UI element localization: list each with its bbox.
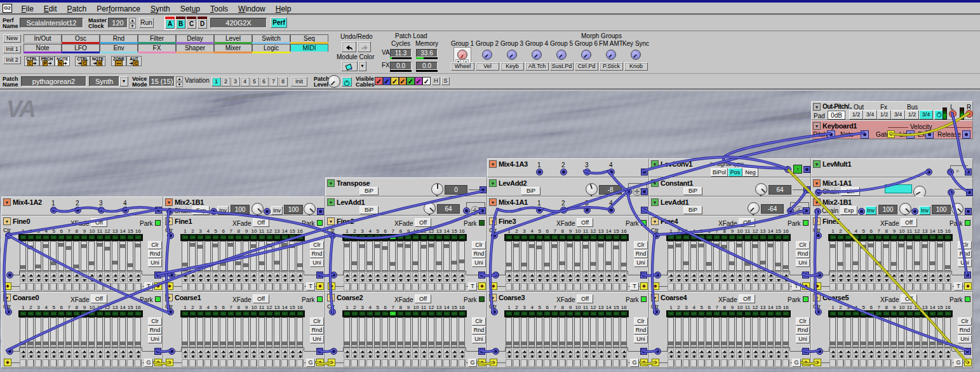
input-trig[interactable] — [652, 282, 659, 290]
step-trig-11[interactable] — [420, 359, 427, 367]
module-icon-prch-out[interactable]: PRCHP➔ — [39, 56, 55, 66]
input-chain[interactable] — [492, 348, 499, 355]
step-slider-11[interactable] — [97, 317, 103, 347]
step-trig-6[interactable] — [382, 359, 389, 367]
step-slider-10[interactable] — [412, 317, 419, 347]
step-down-5[interactable] — [374, 354, 380, 358]
step-slider-10[interactable] — [574, 317, 581, 347]
step-trig-7[interactable] — [713, 283, 720, 291]
step-trig-1[interactable] — [344, 283, 351, 291]
step-trig-5[interactable] — [212, 283, 219, 291]
step-slider-14[interactable] — [119, 241, 126, 271]
step-down-2[interactable] — [837, 277, 843, 282]
step-up-14[interactable] — [929, 348, 936, 353]
morph-assign-5[interactable]: Sust.Pd — [550, 62, 574, 71]
step-slider-16[interactable] — [135, 241, 141, 271]
step-up-3[interactable] — [845, 348, 851, 353]
step-up-12[interactable] — [104, 348, 111, 353]
step-slider-8[interactable] — [883, 317, 889, 347]
morph-knob-4[interactable] — [532, 50, 542, 60]
step-up-1[interactable] — [668, 348, 674, 353]
slider-handle[interactable] — [529, 341, 534, 345]
step-slider-10[interactable] — [88, 241, 95, 271]
input-ctr[interactable] — [491, 232, 498, 239]
step-trig-9[interactable] — [567, 283, 574, 291]
step-up-4[interactable] — [366, 348, 373, 353]
variation-6-button[interactable]: 6 — [259, 77, 269, 86]
input-chain[interactable] — [654, 348, 661, 355]
step-trig-5[interactable] — [50, 359, 57, 367]
out-route-0[interactable]: 1/2 — [849, 110, 863, 120]
step-trig-6[interactable] — [544, 283, 551, 291]
step-slider-15[interactable] — [937, 241, 943, 271]
output-main[interactable] — [803, 207, 810, 214]
step-up-11[interactable] — [258, 348, 265, 353]
input-2[interactable] — [74, 207, 81, 214]
step-trig-2[interactable] — [189, 359, 196, 367]
module-coarse2[interactable]: ▼Coarse2XFadeOffParkCtr12345678910111213… — [325, 292, 487, 368]
step-down-3[interactable] — [197, 354, 203, 358]
step-slider-6[interactable] — [220, 317, 226, 347]
step-up-3[interactable] — [197, 272, 203, 277]
step-down-9[interactable] — [567, 354, 573, 358]
clr-button[interactable]: Clr — [958, 317, 972, 326]
output-trig[interactable] — [154, 282, 162, 290]
slider-handle[interactable] — [452, 341, 457, 345]
step-trig-16[interactable] — [782, 359, 789, 367]
step-slider-15[interactable] — [613, 241, 619, 271]
slider-handle[interactable] — [775, 341, 781, 345]
slider-handle[interactable] — [606, 261, 611, 265]
slider-handle[interactable] — [375, 244, 380, 248]
step-slider-1[interactable] — [668, 317, 674, 347]
input-trig[interactable] — [328, 282, 335, 290]
step-down-16[interactable] — [621, 354, 627, 358]
step-up-4[interactable] — [690, 348, 697, 353]
step-slider-16[interactable] — [944, 317, 951, 347]
step-slider-1[interactable] — [182, 241, 188, 271]
step-up-4[interactable] — [205, 272, 211, 277]
step-down-4[interactable] — [690, 354, 697, 358]
module-fine3[interactable]: ▼Fine3XFadeOffParkCtr1234567891011121314… — [487, 216, 649, 292]
inv2-button[interactable]: Inv — [919, 206, 930, 215]
step-down-11[interactable] — [744, 277, 751, 282]
step-trig-12[interactable] — [590, 359, 597, 367]
step-down-15[interactable] — [613, 354, 619, 358]
clr-button[interactable]: Clr — [958, 241, 972, 249]
menu-edit[interactable]: Edit — [39, 3, 62, 13]
step-slider-6[interactable] — [706, 317, 712, 347]
type-bipol-button[interactable]: BiPol — [711, 168, 728, 177]
step-up-16[interactable] — [135, 348, 141, 353]
rnd-button[interactable]: Rnd — [796, 326, 810, 334]
step-trig-15[interactable] — [613, 283, 620, 291]
step-slider-7[interactable] — [65, 241, 72, 271]
step-down-12[interactable] — [752, 277, 758, 282]
step-up-11[interactable] — [582, 272, 589, 277]
rnd-button[interactable]: Rnd — [958, 326, 972, 334]
level1-knob[interactable] — [899, 203, 911, 215]
step-down-7[interactable] — [713, 277, 720, 282]
input-ctr[interactable] — [653, 308, 660, 315]
step-slider-9[interactable] — [567, 317, 573, 347]
step-trig-5[interactable] — [50, 283, 57, 291]
patch-level-knob[interactable] — [328, 75, 340, 88]
step-up-9[interactable] — [243, 348, 249, 353]
step-up-16[interactable] — [944, 272, 951, 277]
step-down-10[interactable] — [250, 277, 257, 282]
step-trig-8[interactable] — [397, 359, 404, 367]
step-down-9[interactable] — [890, 277, 897, 282]
exp-button[interactable]: Exp — [192, 206, 210, 215]
step-up-15[interactable] — [937, 272, 943, 277]
module-fine2[interactable]: ▼Fine2XFadeOffParkCtr1234567891011121314… — [325, 216, 487, 292]
slider-handle[interactable] — [66, 246, 71, 250]
slider-handle[interactable] — [915, 261, 920, 265]
trig-mode-button[interactable]: G — [630, 359, 639, 367]
slider-handle[interactable] — [899, 244, 904, 247]
clock-up-button[interactable]: ▲ — [129, 18, 136, 23]
step-down-4[interactable] — [366, 354, 373, 358]
slider-handle[interactable] — [267, 244, 272, 247]
step-down-13[interactable] — [922, 354, 928, 358]
slider-handle[interactable] — [436, 261, 441, 265]
slider-handle[interactable] — [205, 341, 210, 345]
step-up-15[interactable] — [451, 272, 457, 277]
step-slider-12[interactable] — [590, 241, 596, 271]
